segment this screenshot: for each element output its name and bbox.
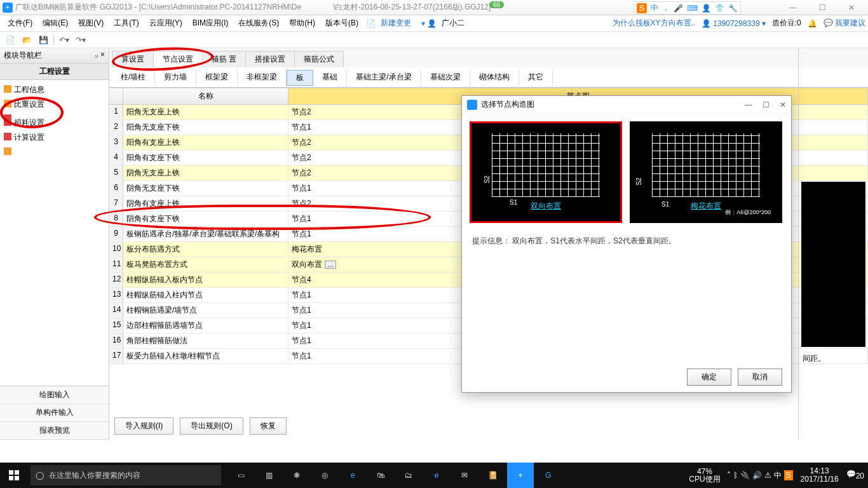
tray-notifications-icon[interactable]: 💬20 <box>846 470 864 480</box>
menu-cloud[interactable]: 云应用(Y) <box>144 16 187 30</box>
tray-net-icon[interactable]: ⚠ <box>764 471 771 480</box>
tray-ime-lang[interactable]: 中 <box>774 470 782 481</box>
tab-lap-settings[interactable]: 搭接设置 <box>245 51 295 67</box>
nav-item-calc[interactable]: 计算设置 <box>1 130 107 145</box>
cpu-meter[interactable]: 47%CPU使用 <box>685 468 724 483</box>
row-num: 2 <box>109 120 123 135</box>
tool-undo-icon[interactable]: ↶▾ <box>58 34 71 46</box>
account-phone[interactable]: 👤 13907298339 ▾ <box>702 19 765 28</box>
help-link[interactable]: 为什么筏板XY方向布置.. <box>613 18 696 29</box>
sidebar-tab-report[interactable]: 报表预览 <box>0 422 109 440</box>
col-name[interactable]: 名称 <box>123 88 288 104</box>
row-name: 阴角无支座下铁 <box>123 181 288 196</box>
tray-up-icon[interactable]: ˄ <box>727 471 731 480</box>
menu-version[interactable]: 版本号(B) <box>320 16 363 30</box>
taskbar-app-g[interactable]: G <box>535 463 562 488</box>
start-button[interactable] <box>0 463 28 488</box>
minimize-button[interactable]: — <box>784 1 802 14</box>
ime-toolbar[interactable]: S 中 ， 🎤 ⌨ 👤 👕 🔧 <box>634 1 741 15</box>
ime-keyboard-icon[interactable]: ⌨ <box>687 4 698 13</box>
ime-tool-icon[interactable]: 🔧 <box>728 4 738 13</box>
option-bidirectional[interactable]: S2 S1 双向布置 <box>470 121 622 223</box>
sidebar-tab-single[interactable]: 单构件输入 <box>0 404 109 422</box>
nav-item-hidden2[interactable] <box>1 145 107 149</box>
dialog-close-button[interactable]: ✕ <box>780 100 786 109</box>
taskbar-app-circle[interactable]: ◎ <box>311 463 338 488</box>
row-num: 14 <box>109 303 123 318</box>
row-num: 3 <box>109 135 123 150</box>
tab2-foundation[interactable]: 基础 <box>313 70 347 86</box>
row-name: 阳角有支座下铁 <box>123 151 288 165</box>
nav-section-title[interactable]: 工程设置 <box>0 64 109 80</box>
taskbar-edge-icon[interactable]: e <box>339 463 366 488</box>
current-user[interactable]: 广小二 <box>442 18 465 29</box>
taskbar-store-icon[interactable]: 🛍 <box>367 463 394 488</box>
taskbar-ie-icon[interactable]: e <box>423 463 450 488</box>
ellipsis-button[interactable]: … <box>325 261 336 269</box>
tab2-framebeam[interactable]: 框架梁 <box>196 70 238 86</box>
import-rules-button[interactable]: 导入规则(I) <box>114 417 173 435</box>
dialog-minimize-button[interactable]: — <box>745 100 752 109</box>
ime-punct[interactable]: ， <box>662 3 670 13</box>
tool-save-icon[interactable]: 💾 <box>37 34 50 46</box>
option-plum[interactable]: S2 S1 例：A6@200*200 梅花布置 <box>630 121 782 223</box>
menu-bim[interactable]: BIM应用(I) <box>187 16 234 30</box>
tab2-other[interactable]: 其它 <box>519 70 553 86</box>
tab2-column[interactable]: 柱/墙柱 <box>112 70 155 86</box>
menu-view[interactable]: 视图(V) <box>73 16 109 30</box>
taskbar-app-orange[interactable]: 📔 <box>479 463 506 488</box>
bean-count: 造价豆:0 <box>772 18 801 29</box>
tab-stirrup-settings[interactable]: 箍筋 置 <box>202 51 246 67</box>
taskbar-mail-icon[interactable]: ✉ <box>451 463 478 488</box>
tab-calc-settings[interactable]: 算设置 <box>112 51 154 67</box>
sidebar-bottom-tabs: 绘图输入 单构件输入 报表预览 <box>0 386 109 440</box>
menu-file[interactable]: 文件(F) <box>3 16 37 30</box>
dialog-maximize-button[interactable]: ☐ <box>763 100 770 109</box>
new-change-button[interactable]: 新建变更 <box>376 16 416 30</box>
tool-new-icon[interactable]: 📄 <box>4 34 17 46</box>
tab2-slab[interactable]: 板 <box>287 70 313 86</box>
nav-item-weight[interactable]: 比重设置 <box>1 97 107 112</box>
tool-redo-icon[interactable]: ↷▾ <box>74 34 87 46</box>
ime-mic-icon[interactable]: 🎤 <box>674 4 683 13</box>
menu-help[interactable]: 帮助(H) <box>284 16 320 30</box>
task-view-icon[interactable]: ▭ <box>227 463 254 488</box>
export-rules-button[interactable]: 导出规则(O) <box>180 417 243 435</box>
nav-item-loss[interactable]: 损耗设置 <box>1 116 107 130</box>
sidebar: 模块导航栏⟓ × 工程设置 工程信息 比重设置 损耗设置 计算设置 绘图输入 单… <box>0 48 109 440</box>
tab2-masonry[interactable]: 砌体结构 <box>470 70 519 86</box>
tab2-fbeam1[interactable]: 基础主梁/承台梁 <box>347 70 421 86</box>
close-button[interactable]: ✕ <box>843 1 860 14</box>
tab2-shearwall[interactable]: 剪力墙 <box>155 70 196 86</box>
nav-item-project-info[interactable]: 工程信息 <box>1 83 107 97</box>
ime-skin-icon[interactable]: 👕 <box>715 4 724 13</box>
pin-icon[interactable]: ⟓ × <box>94 50 105 61</box>
restore-button[interactable]: 恢复 <box>250 417 287 435</box>
tab2-nonframebeam[interactable]: 非框架梁 <box>238 70 287 86</box>
dialog-cancel-button[interactable]: 取消 <box>738 369 782 386</box>
tray-ime-s[interactable]: S <box>784 470 793 480</box>
tray-volume-icon[interactable]: 🔊 <box>752 471 762 480</box>
menu-online[interactable]: 在线服务(S) <box>233 16 284 30</box>
taskbar-app-swirl[interactable]: ❋ <box>283 463 310 488</box>
taskbar-clock[interactable]: 14:132017/11/16 <box>796 467 844 484</box>
taskbar-app-ggj[interactable]: + <box>507 463 534 488</box>
tool-open-icon[interactable]: 📂 <box>20 34 33 46</box>
dialog-ok-button[interactable]: 确定 <box>687 369 731 386</box>
taskbar-app-1[interactable]: ▥ <box>255 463 282 488</box>
taskbar-explorer-icon[interactable]: 🗂 <box>395 463 422 488</box>
ime-user-icon[interactable]: 👤 <box>702 4 711 13</box>
tab-stirrup-formula[interactable]: 箍筋公式 <box>294 51 344 67</box>
taskbar-search[interactable]: ◯ 在这里输入你要搜索的内容 <box>31 465 221 485</box>
tab-node-settings[interactable]: 节点设置 <box>153 51 203 67</box>
tray-power-icon[interactable]: 🔌 <box>740 471 750 480</box>
row-name: 板受力筋锚入柱墩/柱帽节点 <box>123 349 288 363</box>
sidebar-tab-draw[interactable]: 绘图输入 <box>0 386 109 404</box>
feedback-button[interactable]: 💬 我要建议 <box>824 18 865 29</box>
menu-edit[interactable]: 编辑(E) <box>37 16 73 30</box>
menu-tools[interactable]: 工具(T) <box>109 16 144 30</box>
tray-bt-icon[interactable]: ᛒ <box>733 471 738 480</box>
tab2-fbeam2[interactable]: 基础次梁 <box>421 70 470 86</box>
maximize-button[interactable]: ☐ <box>813 1 831 14</box>
ime-lang[interactable]: 中 <box>651 3 658 13</box>
